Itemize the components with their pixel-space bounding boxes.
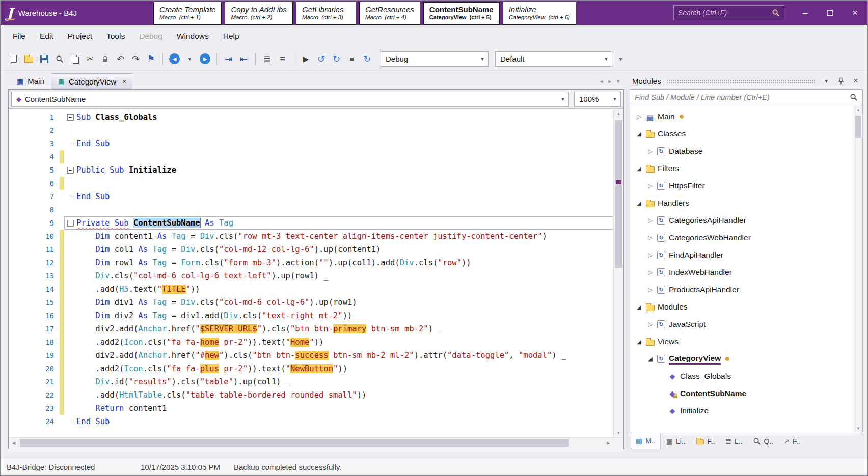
- tree-item-initialize[interactable]: ◆Initialize: [630, 402, 854, 419]
- tree-item-categoryview[interactable]: ◢↻CategoryView: [630, 350, 854, 368]
- find-icon[interactable]: [52, 52, 66, 66]
- code-line[interactable]: 23 Return content1: [9, 402, 613, 415]
- panel-tab-files[interactable]: F..: [691, 433, 720, 449]
- macro-button-6[interactable]: InitializeCategoryView (ctrl + 6): [503, 2, 576, 25]
- redo-icon[interactable]: ↷: [129, 52, 143, 66]
- code-line[interactable]: 2: [9, 124, 613, 137]
- expander-icon[interactable]: ◢: [634, 339, 644, 345]
- panel-tab-logs[interactable]: ≣L..: [720, 433, 747, 449]
- code-line[interactable]: 14 .add(H5.text("TITLE")): [9, 283, 613, 296]
- chevron-down-icon[interactable]: ▾: [477, 52, 488, 66]
- scroll-down-icon[interactable]: ▼: [854, 424, 862, 433]
- stop-icon[interactable]: ■: [345, 52, 359, 66]
- panel-tab-libraries[interactable]: ▤Li..: [662, 433, 690, 449]
- macro-button-5[interactable]: ContentSubNameCategoryView (ctrl + 5): [423, 2, 500, 25]
- new-module-icon[interactable]: [7, 52, 20, 66]
- expander-icon[interactable]: ▷: [645, 217, 655, 224]
- code-line[interactable]: 4: [9, 150, 613, 163]
- code-line[interactable]: 5−Public Sub Initialize: [9, 163, 613, 177]
- code-line[interactable]: 1−Sub Class_Globals: [9, 110, 613, 124]
- code-line[interactable]: 3End Sub: [9, 137, 613, 150]
- maximize-button[interactable]: □: [818, 1, 843, 25]
- tree-item-filters[interactable]: ◢Filters: [630, 160, 854, 177]
- expander-icon[interactable]: ◢: [645, 356, 655, 362]
- tab-scroll-left-icon[interactable]: ◂: [600, 77, 603, 85]
- menu-tools[interactable]: Tools: [99, 25, 132, 47]
- run-icon[interactable]: ▶: [299, 52, 313, 66]
- back-history-icon[interactable]: ▾: [183, 52, 197, 66]
- tree-item-findapihandler[interactable]: ▷↻FindApiHandler: [630, 246, 854, 264]
- code-area[interactable]: 1−Sub Class_Globals23End Sub45−Public Su…: [9, 109, 613, 437]
- tree-item-contentsubname[interactable]: ◆ContentSubName: [630, 385, 854, 402]
- code-line[interactable]: 15 Dim div1 As Tag = Div.cls("col-md-6 c…: [9, 296, 613, 309]
- hot-swap-icon[interactable]: ↺: [314, 52, 328, 66]
- horizontal-scrollbar-thumb[interactable]: [20, 439, 569, 447]
- debug-type-combobox[interactable]: Debug▾: [381, 51, 489, 67]
- tree-item-categoriesapihandler[interactable]: ▷↻CategoriesApiHandler: [630, 212, 854, 229]
- rebuild-icon[interactable]: ↻: [360, 52, 374, 66]
- title-search-box[interactable]: [673, 5, 784, 20]
- fold-toggle-icon[interactable]: −: [64, 110, 76, 124]
- tree-item-productsapihandler[interactable]: ▷↻ProductsApiHandler: [630, 281, 854, 298]
- search-icon[interactable]: [772, 9, 780, 17]
- tree-scrollbar-thumb[interactable]: [855, 116, 861, 138]
- navigate-forward-icon[interactable]: ▶: [198, 52, 212, 66]
- cut-icon[interactable]: ✂: [83, 52, 97, 66]
- scroll-up-icon[interactable]: ▲: [614, 109, 623, 118]
- title-search-input[interactable]: [678, 9, 769, 17]
- minimize-button[interactable]: –: [793, 1, 818, 25]
- scroll-left-icon[interactable]: ◀: [9, 438, 19, 449]
- vertical-scrollbar[interactable]: ▲ ▼: [613, 109, 623, 437]
- bookmark-icon[interactable]: ⚑: [144, 52, 158, 66]
- chevron-down-icon[interactable]: ▾: [601, 52, 612, 66]
- expander-icon[interactable]: ▷: [634, 113, 644, 120]
- module-search-input[interactable]: [635, 93, 847, 101]
- code-line[interactable]: 9−Private Sub ContentSubName As Tag: [9, 216, 613, 230]
- code-line[interactable]: 12 Dim row1 As Tag = Form.cls("form mb-3…: [9, 256, 613, 269]
- panel-close-icon[interactable]: ×: [850, 75, 861, 87]
- tab-scroll-right-icon[interactable]: ▸: [608, 77, 612, 85]
- macro-button-3[interactable]: GetLibrariesMacro (ctrl + 3): [296, 2, 356, 25]
- tree-item-classes[interactable]: ◢Classes: [630, 125, 854, 143]
- open-icon[interactable]: [22, 52, 36, 66]
- code-line[interactable]: 18 .add2(Icon.cls("fa fa-home pr-2")).te…: [9, 335, 613, 349]
- code-line[interactable]: 13 Div.cls("col-md-6 col-lg-6 text-left"…: [9, 269, 613, 283]
- code-line[interactable]: 21 Div.id("results").cls("table").up(col…: [9, 375, 613, 388]
- vertical-scrollbar-thumb[interactable]: [615, 120, 622, 268]
- lock-icon[interactable]: [98, 52, 112, 66]
- macro-button-2[interactable]: Copy to AddLibsMacro (ctrl + 2): [225, 2, 293, 25]
- fold-toggle-icon[interactable]: −: [64, 216, 76, 230]
- expander-icon[interactable]: ◢: [634, 131, 644, 137]
- tab-list-icon[interactable]: ▾: [616, 77, 620, 85]
- hot-restart-icon[interactable]: ↻: [330, 52, 343, 66]
- panel-tab-find[interactable]: ↗F..: [779, 433, 805, 449]
- tree-scrollbar[interactable]: ▲ ▼: [854, 105, 862, 433]
- code-line[interactable]: 17 div2.add(Anchor.href("$SERVER_URL$").…: [9, 322, 613, 335]
- tab-main[interactable]: ▦Main: [10, 73, 51, 89]
- sub-selector-combobox[interactable]: ◆ ContentSubName ▾: [11, 92, 569, 107]
- menu-project[interactable]: Project: [61, 25, 99, 47]
- expander-icon[interactable]: ▷: [645, 148, 655, 155]
- module-search-box[interactable]: [630, 89, 863, 105]
- navigate-back-icon[interactable]: ◀: [168, 52, 181, 66]
- pin-icon[interactable]: [835, 75, 847, 87]
- expander-icon[interactable]: ▷: [645, 269, 655, 276]
- horizontal-scrollbar[interactable]: ◀ ▶: [9, 437, 623, 449]
- tab-close-icon[interactable]: ×: [122, 78, 126, 85]
- tab-categoryview[interactable]: ▦CategoryView×: [51, 73, 134, 89]
- zoom-combobox[interactable]: 100% ▾: [574, 92, 621, 107]
- close-button[interactable]: ×: [843, 1, 867, 25]
- panel-tab-quick-search[interactable]: Q..: [748, 433, 778, 449]
- macro-button-4[interactable]: GetResourcesMacro (ctrl + 4): [359, 2, 420, 25]
- chevron-down-icon[interactable]: ▾: [557, 92, 568, 106]
- panel-tab-modules[interactable]: ▦M..: [631, 433, 661, 449]
- code-line[interactable]: 19 div2.add(Anchor.href("#new").cls("btn…: [9, 349, 613, 362]
- macro-button-1[interactable]: Create TemplateMacro (ctrl + 1): [153, 2, 222, 25]
- code-line[interactable]: 16 Dim div2 As Tag = div1.add(Div.cls("t…: [9, 309, 613, 322]
- code-line[interactable]: 20 .add2(Icon.cls("fa fa-plus pr-2")).te…: [9, 362, 613, 375]
- code-line[interactable]: 11 Dim col1 As Tag = Div.cls("col-md-12 …: [9, 243, 613, 256]
- expander-icon[interactable]: ▷: [645, 321, 655, 328]
- expander-icon[interactable]: ◢: [634, 165, 644, 172]
- menu-help[interactable]: Help: [216, 25, 247, 47]
- scroll-right-icon[interactable]: ▶: [603, 438, 613, 449]
